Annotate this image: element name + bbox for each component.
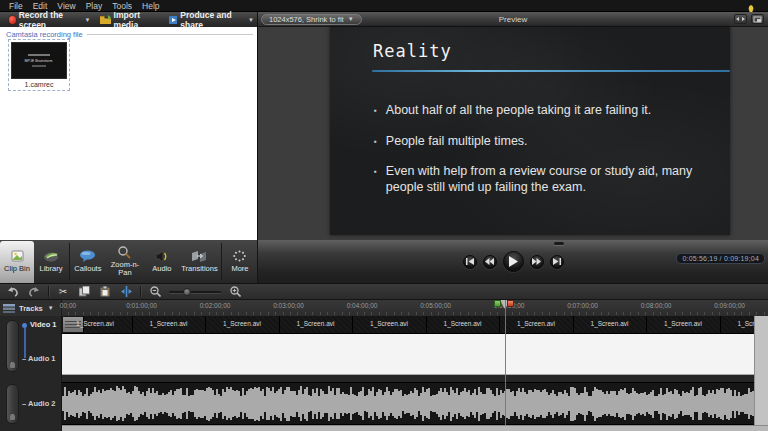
- time-display: 0:05:56;19 / 0:09:19;04: [676, 253, 765, 264]
- paste-icon: [100, 286, 110, 297]
- slide-title: Reality: [373, 41, 452, 61]
- toolbar-separator: [140, 286, 141, 297]
- tab-audio-label: Audio: [152, 265, 171, 273]
- bullet-text: People fail multiple times.: [386, 134, 528, 150]
- track-lanes: 1_Screen.avi1_Screen.avi1_Screen.avi1_Sc…: [62, 316, 768, 431]
- zoom-out-button[interactable]: [148, 285, 162, 298]
- tab-more[interactable]: More: [223, 240, 257, 283]
- lock-icon: [10, 363, 15, 368]
- audio1-track-label[interactable]: – Audio 1: [22, 354, 55, 363]
- tracks-label: Tracks: [19, 304, 43, 313]
- clip-thumbnail: MPJE Brainstorm: [11, 42, 67, 79]
- copy-button[interactable]: [77, 285, 91, 298]
- zoom-slider-thumb[interactable]: [183, 288, 191, 296]
- preview-header: 1024x576, Shrink to fit ▼ Preview: [258, 12, 768, 27]
- video-clip-label[interactable]: 1_Screen.avi: [664, 320, 702, 327]
- step-back-button[interactable]: [483, 255, 497, 269]
- split-button[interactable]: [119, 285, 133, 298]
- timeline-toolbar: ✂: [0, 283, 768, 300]
- ruler-timestamp: 0:08:00;00: [641, 302, 672, 309]
- tab-library[interactable]: Library: [34, 240, 68, 283]
- import-media-icon: [100, 15, 110, 24]
- more-icon: [232, 250, 247, 263]
- tracks-dropdown[interactable]: Tracks ▼: [0, 300, 62, 316]
- splitter-grip[interactable]: [554, 242, 564, 245]
- video1-track-label[interactable]: Video 1: [30, 320, 57, 329]
- menu-item-play[interactable]: Play: [81, 1, 108, 11]
- timeline-ruler[interactable]: 00;000:01:00;000:02:00;000:03:00;000:04:…: [62, 300, 768, 316]
- video-audio-group-handle[interactable]: [6, 320, 19, 372]
- rewind-icon: [485, 258, 494, 265]
- selection-in-handle[interactable]: [494, 300, 501, 307]
- skip-start-icon: [466, 258, 474, 265]
- tab-zoom-n-pan[interactable]: Zoom-n-Pan: [105, 240, 145, 283]
- slide-preview: Reality ▪About half of all the people ta…: [330, 27, 730, 235]
- video-clip-label[interactable]: 1_Screen.avi: [223, 320, 261, 327]
- step-forward-button[interactable]: [530, 255, 544, 269]
- bullet-marker: ▪: [374, 134, 377, 150]
- horizontal-scrollbar[interactable]: [62, 425, 768, 431]
- ruler-timestamp: 0:09:00;00: [714, 302, 745, 309]
- tab-clip-bin[interactable]: Clip Bin: [0, 241, 34, 283]
- playback-controls: 0:05:56;19 / 0:09:19;04: [258, 240, 768, 283]
- video-clip-label[interactable]: 1_Screen.avi: [738, 320, 754, 327]
- video-clip-label[interactable]: 1_Screen.avi: [150, 320, 188, 327]
- slide-bullet: ▪People fail multiple times.: [374, 134, 708, 150]
- video-clip-label[interactable]: 1_Screen.avi: [591, 320, 629, 327]
- selection-out-handle[interactable]: [507, 300, 514, 307]
- undo-button[interactable]: [6, 285, 20, 298]
- track-header-column: Video 1 – Audio 1 – Audio 2: [0, 316, 62, 431]
- main-toolbar: Record the screen ▼ Import media Produce…: [0, 12, 258, 27]
- slide-bullet: ▪About half of all the people taking it …: [374, 103, 708, 119]
- jump-to-end-button[interactable]: [550, 255, 564, 269]
- detach-preview-button[interactable]: [734, 14, 747, 24]
- toolbar-separator: [48, 286, 49, 297]
- chevron-down-icon: ▼: [84, 17, 90, 23]
- toolbar-row: Record the screen ▼ Import media Produce…: [0, 12, 768, 27]
- clip-file-name: 1.camrec: [11, 81, 67, 88]
- paste-button[interactable]: [98, 285, 112, 298]
- video-clip-label[interactable]: 1_Screen.avi: [76, 320, 114, 327]
- play-button[interactable]: [503, 251, 524, 272]
- video-clip-label[interactable]: 1_Screen.avi: [517, 320, 555, 327]
- zoom-slider-track[interactable]: [169, 291, 221, 293]
- video-clip-label[interactable]: 1_Screen.avi: [297, 320, 335, 327]
- jump-to-start-button[interactable]: [463, 255, 477, 269]
- tab-transitions[interactable]: Transitions: [179, 240, 220, 283]
- zoom-in-button[interactable]: [228, 285, 242, 298]
- audio2-group-handle[interactable]: [6, 384, 19, 424]
- clip-boundary: [352, 316, 353, 334]
- import-media-button[interactable]: Import media: [97, 13, 162, 26]
- slide-bullet-list: ▪About half of all the people taking it …: [374, 103, 708, 196]
- tab-callouts[interactable]: Callouts: [71, 240, 105, 283]
- zoom-out-icon: [150, 286, 161, 297]
- media-clip-item[interactable]: MPJE Brainstorm 1.camrec: [8, 39, 70, 91]
- redo-button[interactable]: [27, 285, 41, 298]
- tab-audio[interactable]: Audio: [145, 240, 179, 283]
- video-clip-label[interactable]: 1_Screen.avi: [370, 320, 408, 327]
- callouts-icon: [79, 250, 96, 263]
- fullscreen-preview-button[interactable]: [751, 14, 764, 24]
- cut-button[interactable]: ✂: [56, 285, 70, 298]
- tab-clip-bin-label: Clip Bin: [4, 265, 30, 273]
- record-screen-button[interactable]: Record the screen ▼: [6, 13, 93, 26]
- track-gap: [62, 375, 768, 382]
- tab-more-label: More: [231, 265, 248, 273]
- produce-share-button[interactable]: Produce and share ▼: [166, 13, 257, 26]
- playhead-line[interactable]: [505, 300, 506, 425]
- audio2-track-label[interactable]: – Audio 2: [22, 399, 55, 408]
- play-icon: [509, 256, 518, 267]
- fast-forward-icon: [532, 258, 541, 265]
- vertical-scrollbar[interactable]: [754, 316, 768, 425]
- audio1-track[interactable]: [62, 334, 768, 375]
- slide-title-underline: [372, 70, 730, 72]
- audio2-track[interactable]: [62, 382, 754, 425]
- redo-icon: [28, 287, 40, 297]
- tab-transitions-label: Transitions: [181, 265, 217, 273]
- video1-track[interactable]: 1_Screen.avi1_Screen.avi1_Screen.avi1_Sc…: [62, 316, 754, 334]
- clip-bin-icon: [9, 250, 26, 263]
- clip-boundary: [426, 316, 427, 334]
- timeline-zoom-slider[interactable]: [169, 291, 221, 293]
- ruler-timestamp: 0:05:00;00: [420, 302, 451, 309]
- video-clip-label[interactable]: 1_Screen.avi: [444, 320, 482, 327]
